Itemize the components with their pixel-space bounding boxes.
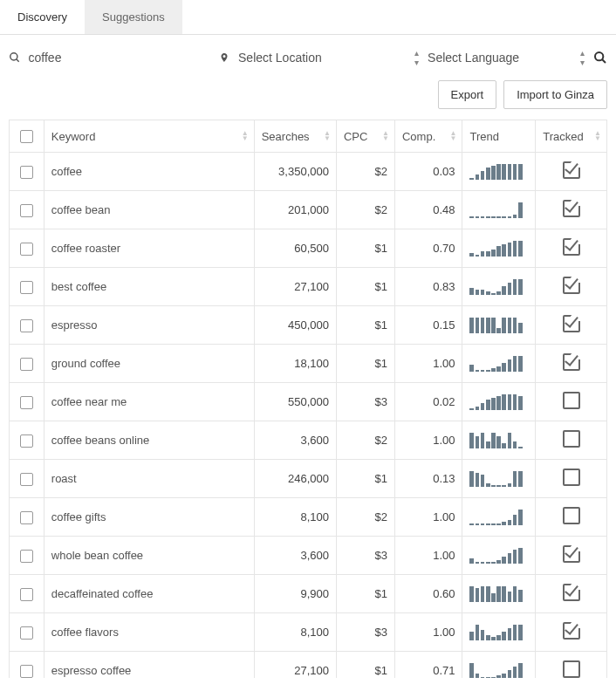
header-searches[interactable]: Searches▲▼ [254,120,336,153]
table-row: coffee3,350,000$20.03 [10,153,607,191]
tracked-checkbox[interactable] [563,584,580,601]
header-comp[interactable]: Comp.▲▼ [394,120,462,153]
row-checkbox[interactable] [20,204,33,217]
cell-cpc: $2 [336,421,394,460]
header-checkbox[interactable] [10,120,44,153]
language-text: Select Language [426,47,575,68]
cell-trend [462,421,536,460]
tracked-checkbox[interactable] [563,622,580,640]
sparkline [469,548,522,564]
row-checkbox[interactable] [20,396,33,409]
cell-cpc: $1 [336,306,394,345]
cell-searches: 3,600 [254,421,336,460]
tracked-checkbox[interactable] [563,277,580,294]
cell-comp: 0.71 [394,652,462,678]
cell-tracked [536,460,607,498]
cell-comp: 1.00 [394,498,462,537]
cell-comp: 0.70 [394,229,462,268]
sparkline [469,164,522,180]
filter-bar: Select Location ▴▾ Select Language ▴▾ [0,35,616,80]
svg-point-2 [595,52,603,60]
sparkline [469,279,522,295]
tracked-checkbox[interactable] [563,545,580,563]
row-checkbox[interactable] [20,319,33,332]
cell-searches: 18,100 [254,345,336,383]
cell-trend [462,268,536,306]
svg-line-1 [17,59,19,62]
sparkline [469,625,522,640]
location-select[interactable]: Select Location ▴▾ [217,47,419,68]
row-checkbox[interactable] [20,434,33,448]
location-text: Select Location [236,47,409,68]
language-select[interactable]: Select Language ▴▾ [426,47,607,68]
row-checkbox[interactable] [20,243,33,256]
cell-searches: 9,900 [254,575,336,613]
tab-discovery[interactable]: Discovery [0,0,85,34]
header-cpc[interactable]: CPC▲▼ [336,120,394,153]
cell-comp: 0.15 [394,306,462,345]
tracked-checkbox[interactable] [563,315,580,332]
cell-cpc: $1 [336,652,394,678]
cell-trend [462,306,536,345]
row-checkbox[interactable] [20,358,33,371]
tracked-checkbox[interactable] [563,238,580,256]
chevron-updown-icon: ▴▾ [580,48,585,67]
table-row: coffee bean201,000$20.48 [10,191,607,229]
cell-cpc: $1 [336,575,394,613]
table-row: coffee gifts8,100$21.00 [10,498,607,537]
cell-trend [462,191,536,229]
tracked-checkbox[interactable] [563,392,580,409]
cell-searches: 246,000 [254,460,336,498]
row-checkbox[interactable] [20,511,33,524]
row-checkbox[interactable] [20,550,33,563]
cell-searches: 60,500 [254,229,336,268]
sparkline [469,356,522,372]
import-button[interactable]: Import to Ginza [503,80,607,109]
table-header-row: Keyword▲▼ Searches▲▼ CPC▲▼ Comp.▲▼ Trend… [10,120,607,153]
cell-trend [462,537,536,575]
cell-searches: 8,100 [254,613,336,652]
cell-tracked [536,421,607,460]
cell-comp: 0.83 [394,268,462,306]
export-button[interactable]: Export [438,80,497,109]
table-row: coffee flavors8,100$31.00 [10,613,607,652]
cell-cpc: $3 [336,613,394,652]
cell-keyword: coffee gifts [44,498,254,537]
header-keyword[interactable]: Keyword▲▼ [44,120,254,153]
cell-searches: 3,600 [254,537,336,575]
cell-cpc: $1 [336,229,394,268]
tracked-checkbox[interactable] [563,161,580,179]
search-input[interactable] [27,47,210,68]
tracked-checkbox[interactable] [563,200,580,217]
cell-searches: 8,100 [254,498,336,537]
table-row: ground coffee18,100$11.00 [10,345,607,383]
tracked-checkbox[interactable] [563,430,580,448]
sparkline [469,586,522,602]
tracked-checkbox[interactable] [563,507,580,524]
tracked-checkbox[interactable] [563,660,580,678]
search-submit-icon[interactable] [593,50,607,65]
row-checkbox[interactable] [20,473,33,486]
cell-keyword: roast [44,460,254,498]
tabs: Discovery Suggestions [0,0,616,35]
table-row: whole bean coffee3,600$31.00 [10,537,607,575]
cell-keyword: espresso [44,306,254,345]
cell-cpc: $3 [336,383,394,421]
cell-searches: 201,000 [254,191,336,229]
cell-comp: 1.00 [394,613,462,652]
table-row: coffee near me550,000$30.02 [10,383,607,421]
cell-comp: 1.00 [394,421,462,460]
cell-tracked [536,306,607,345]
cell-tracked [536,345,607,383]
row-checkbox[interactable] [20,626,33,640]
tracked-checkbox[interactable] [563,353,580,371]
row-checkbox[interactable] [20,281,33,294]
row-checkbox[interactable] [20,665,33,678]
tab-suggestions[interactable]: Suggestions [85,0,182,34]
row-checkbox[interactable] [20,588,33,601]
tracked-checkbox[interactable] [563,469,580,486]
row-checkbox[interactable] [20,166,33,179]
table-row: best coffee27,100$10.83 [10,268,607,306]
header-trend[interactable]: Trend [462,120,536,153]
header-tracked[interactable]: Tracked▲▼ [536,120,607,153]
